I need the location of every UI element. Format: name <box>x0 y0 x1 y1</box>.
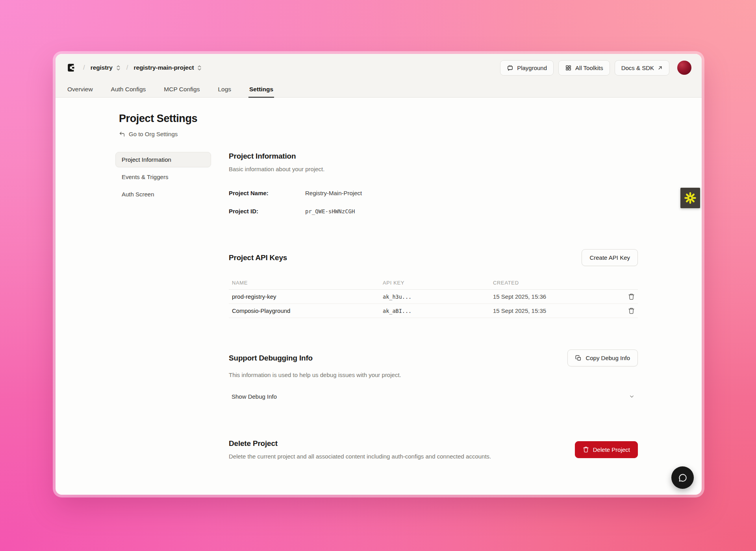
all-toolkits-button[interactable]: All Toolkits <box>558 60 610 76</box>
project-id-value: pr_QWE-sHWNzCGH <box>305 208 355 214</box>
project-name: registry-main-project <box>134 64 194 71</box>
user-avatar[interactable] <box>677 61 691 75</box>
composio-logo-icon[interactable] <box>66 62 78 74</box>
corner-up-left-icon <box>119 131 125 137</box>
chevron-updown-icon <box>116 65 121 71</box>
chat-bot-icon <box>507 65 513 71</box>
breadcrumb-separator: / <box>83 64 85 72</box>
trash-icon <box>583 446 589 453</box>
delete-project-button[interactable]: Delete Project <box>575 441 638 458</box>
show-debug-info-toggle[interactable]: Show Debug Info <box>229 390 638 403</box>
org-name: registry <box>91 64 113 71</box>
api-keys-title: Project API Keys <box>229 253 287 262</box>
column-header-created: CREATED <box>490 280 621 286</box>
trash-icon <box>628 307 635 314</box>
breadcrumb-project-selector[interactable]: registry-main-project <box>134 64 202 71</box>
grid-icon <box>565 65 572 71</box>
chevron-down-icon <box>629 394 635 399</box>
breadcrumb: / registry / registry-main-project <box>66 62 202 74</box>
debug-info-section: Support Debugging Info Copy Debug Info T… <box>229 349 638 403</box>
api-key-name: Composio-Playground <box>229 307 380 314</box>
support-chat-button[interactable] <box>671 466 694 489</box>
playground-label: Playground <box>517 65 547 71</box>
go-to-org-settings-label: Go to Org Settings <box>129 131 178 137</box>
api-keys-section: Project API Keys Create API Key NAME API… <box>229 249 638 318</box>
api-keys-table: NAME API KEY CREATED prod-registry-key a… <box>229 276 638 318</box>
create-api-key-button[interactable]: Create API Key <box>582 249 638 266</box>
copy-icon <box>575 355 582 361</box>
delete-api-key-button[interactable] <box>626 306 636 316</box>
top-bar: / registry / registry-main-project <box>56 54 702 81</box>
project-tabs: Overview Auth Configs MCP Configs Logs S… <box>56 81 702 98</box>
trash-icon <box>628 293 635 300</box>
column-header-api-key: API KEY <box>380 280 490 286</box>
feedback-widget-button[interactable] <box>680 188 700 208</box>
show-debug-info-label: Show Debug Info <box>232 393 277 400</box>
debug-info-title: Support Debugging Info <box>229 354 313 362</box>
delete-project-description: Delete the current project and all assoc… <box>229 453 491 460</box>
project-information-section: Project Information Basic information ab… <box>229 152 638 214</box>
docs-sdk-label: Docs & SDK <box>621 65 654 71</box>
settings-sidebar: Project Information Events & Triggers Au… <box>115 152 211 460</box>
table-row: prod-registry-key ak_h3u... 15 Sept 2025… <box>229 290 638 304</box>
column-header-name: NAME <box>229 280 380 286</box>
project-information-description: Basic information about your project. <box>229 166 638 172</box>
project-id-row: Project ID: pr_QWE-sHWNzCGH <box>229 208 638 214</box>
settings-content: Project Settings Go to Org Settings Proj… <box>56 98 702 460</box>
debug-info-description: This information is used to help us debu… <box>229 372 638 378</box>
api-key-name: prod-registry-key <box>229 293 380 300</box>
docs-sdk-button[interactable]: Docs & SDK <box>615 60 669 76</box>
table-header: NAME API KEY CREATED <box>229 276 638 290</box>
delete-project-text: Delete Project Delete the current projec… <box>229 439 491 460</box>
tab-overview[interactable]: Overview <box>67 81 94 98</box>
sidebar-item-auth-screen[interactable]: Auth Screen <box>115 187 211 202</box>
settings-main: Project Information Basic information ab… <box>229 152 638 460</box>
external-link-arrow-icon <box>658 65 663 70</box>
project-id-label: Project ID: <box>229 208 305 214</box>
tab-settings[interactable]: Settings <box>248 81 274 98</box>
chevron-updown-icon <box>197 65 202 71</box>
table-row: Composio-Playground ak_aBI... 15 Sept 20… <box>229 304 638 318</box>
asterisk-burst-icon <box>684 191 697 205</box>
breadcrumb-org-selector[interactable]: registry <box>91 64 121 71</box>
sidebar-item-project-information[interactable]: Project Information <box>115 152 211 167</box>
speech-bubble-icon <box>678 473 688 483</box>
header-actions: Playground All Toolkits Docs & SDK <box>500 60 691 76</box>
tab-auth-configs[interactable]: Auth Configs <box>110 81 147 98</box>
delete-project-label: Delete Project <box>593 446 630 453</box>
go-to-org-settings-link[interactable]: Go to Org Settings <box>119 131 638 137</box>
breadcrumb-separator: / <box>126 64 128 72</box>
api-key-created: 15 Sept 2025, 15:35 <box>490 307 621 314</box>
app-window: / registry / registry-main-project <box>56 54 702 495</box>
project-name-value: Registry-Main-Project <box>305 190 362 196</box>
tab-logs[interactable]: Logs <box>217 81 232 98</box>
api-key-value: ak_aBI... <box>380 308 490 314</box>
delete-project-section: Delete Project Delete the current projec… <box>229 439 638 460</box>
project-name-row: Project Name: Registry-Main-Project <box>229 190 638 196</box>
sidebar-item-events-triggers[interactable]: Events & Triggers <box>115 169 211 185</box>
delete-api-key-button[interactable] <box>626 292 636 301</box>
playground-button[interactable]: Playground <box>500 60 554 76</box>
api-key-value: ak_h3u... <box>380 294 490 300</box>
project-information-title: Project Information <box>229 152 638 161</box>
api-key-created: 15 Sept 2025, 15:36 <box>490 293 621 300</box>
delete-project-title: Delete Project <box>229 439 491 448</box>
page-title: Project Settings <box>119 113 638 125</box>
tab-mcp-configs[interactable]: MCP Configs <box>163 81 200 98</box>
page-head: Project Settings Go to Org Settings <box>115 113 638 137</box>
copy-debug-info-button[interactable]: Copy Debug Info <box>567 349 638 366</box>
copy-debug-info-label: Copy Debug Info <box>586 355 630 361</box>
all-toolkits-label: All Toolkits <box>575 65 603 71</box>
project-name-label: Project Name: <box>229 190 305 196</box>
